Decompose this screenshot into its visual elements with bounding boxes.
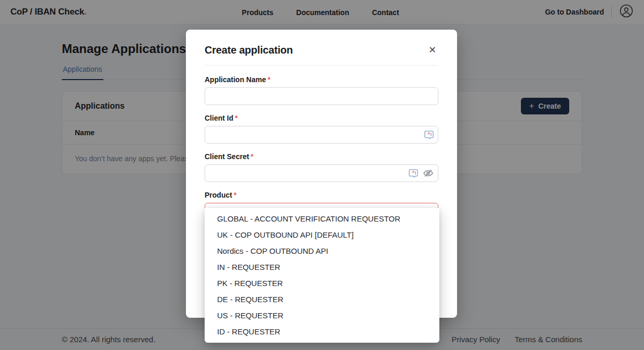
client-secret-label: Client Secret* [205,152,438,161]
required-asterisk: * [251,152,253,161]
product-label: Product* [205,191,438,199]
client-secret-input-icons: * [409,164,434,182]
dropdown-option[interactable]: ID - REQUESTER [205,323,439,340]
client-secret-input[interactable] [205,164,438,182]
required-asterisk: * [267,75,270,84]
eye-slash-icon[interactable] [423,168,434,178]
dropdown-option[interactable]: Nordics - COP OUTBOUND API [205,243,439,259]
client-id-input[interactable] [205,126,438,144]
autofill-badge-icon: * [409,169,418,178]
dropdown-option[interactable]: GLOBAL - ACCOUNT VERIFICATION REQUESTOR [205,211,439,227]
client-id-label: Client Id* [205,114,438,122]
client-id-input-icons: * [424,126,434,144]
modal-title: Create application [205,44,293,56]
modal-header: Create application ✕ [186,30,457,56]
required-asterisk: * [234,191,236,199]
dropdown-option[interactable]: PK - REQUESTER [205,275,439,291]
product-dropdown-list: GLOBAL - ACCOUNT VERIFICATION REQUESTOR … [205,208,439,343]
close-icon: ✕ [428,45,436,55]
application-name-input[interactable] [205,87,438,105]
modal-close-button[interactable]: ✕ [426,44,438,56]
svg-text:*: * [412,170,414,175]
application-name-label: Application Name* [205,75,438,84]
dropdown-option[interactable]: DE - REQUESTER [205,291,439,307]
required-asterisk: * [235,114,237,122]
dropdown-option[interactable]: US - REQUESTER [205,307,439,323]
dropdown-option[interactable]: IN - REQUESTER [205,259,439,275]
autofill-badge-icon: * [424,131,434,139]
svg-text:*: * [427,131,430,137]
dropdown-option[interactable]: UK - COP OUTBOUND API [DEFAULT] [205,227,439,243]
modal-body: Application Name* Client Id* * Client Se [186,66,457,221]
